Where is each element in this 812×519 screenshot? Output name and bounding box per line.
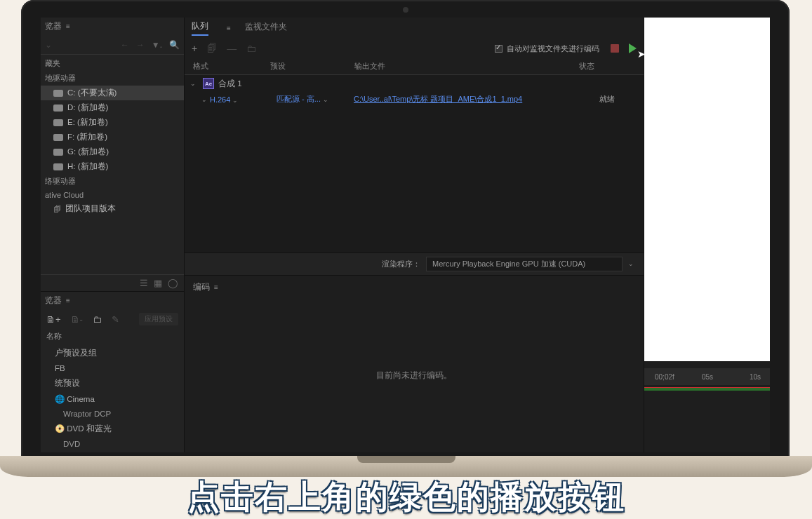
forward-icon[interactable]: → — [136, 40, 145, 50]
preset-name-header: 名称 — [41, 329, 184, 344]
queue-output-row[interactable]: ⌄ H.264 ⌄ 匹配源 - 高... ⌄ C:\User..al\Temp\… — [185, 92, 644, 107]
queue-body: ⌄ Ae 合成 1 ⌄ H.264 ⌄ 匹配源 - 高... ⌄ C:\User… — [185, 75, 644, 252]
queue-toolbar: + 🗐 — 🗀 自动对监视文件夹进行编码 ➤ — [185, 39, 644, 58]
list-view-icon[interactable]: ☰ — [140, 278, 148, 288]
drive-icon — [53, 90, 63, 97]
drive-item[interactable]: G: (新加卷) — [41, 144, 184, 159]
output-preset[interactable]: 匹配源 - 高... ⌄ — [277, 94, 354, 105]
team-icon: 🗐 — [53, 205, 61, 213]
output-file-link[interactable]: C:\User..al\Temp\无标 题项目_AME\合成1_1.mp4 — [354, 94, 599, 105]
preset-browser-panel: 览器 ≡ 🗎+ 🗎- 🗀 ✎ 应用预设 名称 户预设及组 FB 统预设 — [41, 291, 184, 452]
remove-icon[interactable]: — — [227, 43, 237, 54]
preset-group[interactable]: 户预设及组 — [41, 345, 184, 361]
drive-icon — [53, 134, 63, 141]
drive-item[interactable]: C: (不要太满) — [41, 86, 184, 100]
filter-icon[interactable]: ▼. — [152, 40, 162, 50]
preset-folder-icon[interactable]: 🗀 — [93, 314, 102, 325]
output-status: 就绪 — [599, 94, 638, 105]
encoding-title: 编码 — [193, 281, 210, 293]
laptop-base — [0, 456, 812, 477]
renderer-bar: 渲染程序： Mercury Playback Engine GPU 加速 (CU… — [185, 252, 644, 275]
drive-item[interactable]: H: (新加卷) — [41, 159, 184, 174]
dropdown-icon[interactable]: ⌄ — [232, 97, 238, 104]
preset-group[interactable]: 🌐 Cinema — [41, 391, 184, 407]
auto-encode-checkbox[interactable] — [495, 45, 502, 53]
dropdown-icon[interactable]: ⌄ — [323, 96, 328, 103]
panel-menu-icon[interactable]: ≡ — [214, 283, 218, 291]
renderer-select[interactable]: Mercury Playback Engine GPU 加速 (CUDA) — [426, 257, 623, 271]
preset-edit-icon[interactable]: ✎ — [112, 314, 119, 325]
preset-add-icon[interactable]: 🗎+ — [46, 314, 61, 325]
queue-tabs: 队列 ≡ 监视文件夹 — [185, 18, 644, 39]
grid-view-icon[interactable]: ▦ — [154, 278, 162, 288]
apply-preset-button[interactable]: 应用预设 — [139, 313, 178, 325]
preset-item[interactable]: Wraptor DCP — [41, 407, 184, 421]
drive-item[interactable]: D: (新加卷) — [41, 100, 184, 115]
preset-item[interactable]: DVD — [41, 437, 184, 451]
encoding-header[interactable]: 编码 ≡ — [185, 276, 644, 299]
video-subtitle: 点击右上角的绿色的播放按钮 — [0, 476, 812, 519]
timeline-track[interactable] — [644, 387, 770, 391]
left-column: 览器 ≡ ⌄ ← → ▼. 🔍 藏夹 地驱动器 C: (不要太满) D: (新加… — [41, 18, 185, 452]
queue-comp-row[interactable]: ⌄ Ae 合成 1 — [185, 75, 644, 92]
encoding-body: 目前尚未进行编码。 — [185, 299, 644, 453]
preset-group[interactable]: 统预设 — [41, 375, 184, 391]
add-source-icon[interactable]: + — [192, 43, 197, 54]
timeline-ruler[interactable]: 00;02f 05s 10s — [644, 368, 770, 385]
team-projects-item[interactable]: 🗐团队项目版本 — [41, 201, 184, 216]
dropdown-icon[interactable]: ⌄ — [628, 260, 634, 267]
local-drives-header[interactable]: 地驱动器 — [41, 71, 184, 86]
chevron-down-icon[interactable]: ⌄ — [201, 96, 207, 103]
preset-group[interactable]: FB — [41, 361, 184, 375]
tab-queue[interactable]: 队列 — [192, 20, 208, 36]
network-drives-header[interactable]: 络驱动器 — [41, 174, 184, 189]
panel-menu-icon[interactable]: ≡ — [66, 297, 70, 304]
output-format[interactable]: H.264 ⌄ — [210, 95, 277, 104]
laptop-notch — [357, 456, 455, 463]
stop-queue-button[interactable] — [611, 44, 619, 53]
tab-watch-folder[interactable]: 监视文件夹 — [245, 21, 287, 35]
drive-item[interactable]: F: (新加卷) — [41, 130, 184, 144]
back-icon[interactable]: ← — [121, 40, 129, 50]
start-queue-button[interactable] — [629, 43, 637, 53]
queue-column-headers: 格式 预设 输出文件 状态 — [185, 58, 644, 75]
new-folder-icon[interactable]: 🗀 — [246, 43, 256, 54]
drive-icon — [53, 119, 63, 126]
timeline-tick: 10s — [750, 373, 761, 381]
ae-badge-icon: Ae — [203, 78, 214, 89]
header-preset: 预设 — [270, 61, 354, 72]
drive-label: D: (新加卷) — [67, 102, 108, 113]
chevron-down-icon[interactable]: ⌄ — [190, 80, 196, 87]
media-encoder-app: 览器 ≡ ⌄ ← → ▼. 🔍 藏夹 地驱动器 C: (不要太满) D: (新加… — [41, 18, 770, 452]
preset-title: 览器 — [45, 295, 62, 306]
drive-icon — [53, 105, 63, 112]
preview-area — [644, 18, 770, 361]
creative-cloud-header[interactable]: ative Cloud — [41, 189, 184, 201]
encoding-panel: 编码 ≡ 目前尚未进行编码。 — [185, 275, 644, 453]
tab-menu-icon[interactable]: ≡ — [227, 25, 231, 32]
header-output: 输出文件 — [354, 61, 579, 72]
drive-icon — [53, 163, 63, 170]
middle-column: 队列 ≡ 监视文件夹 + 🗐 — 🗀 自动对监视文件夹进行编码 ➤ — [185, 18, 644, 452]
preset-remove-icon[interactable]: 🗎- — [71, 314, 83, 325]
duplicate-icon[interactable]: 🗐 — [207, 43, 217, 54]
search-icon[interactable]: 🔍 — [169, 40, 180, 50]
browser-toolbar: ⌄ ← → ▼. 🔍 — [41, 35, 184, 55]
drive-item[interactable]: E: (新加卷) — [41, 115, 184, 130]
header-format: 格式 — [193, 61, 270, 72]
favorites-header[interactable]: 藏夹 — [41, 56, 184, 71]
preset-panel-header[interactable]: 览器 ≡ — [41, 292, 184, 309]
preset-group[interactable]: 📀 DVD 和蓝光 — [41, 421, 184, 437]
drive-tree: 藏夹 地驱动器 C: (不要太满) D: (新加卷) E: (新加卷) F: (… — [41, 55, 184, 217]
browser-panel-header[interactable]: 览器 ≡ — [41, 18, 184, 35]
laptop-frame: 览器 ≡ ⌄ ← → ▼. 🔍 藏夹 地驱动器 C: (不要太满) D: (新加… — [21, 0, 790, 463]
comp-name: 合成 1 — [218, 79, 242, 89]
drive-icon — [53, 149, 63, 156]
zoom-icon[interactable]: ◯ — [168, 278, 178, 288]
panel-menu-icon[interactable]: ≡ — [66, 22, 70, 30]
view-mode-toolbar: ☰ ▦ ◯ — [41, 274, 184, 291]
header-status: 状态 — [579, 61, 635, 72]
browser-title: 览器 — [45, 20, 62, 32]
timeline-tick: 00;02f — [655, 373, 674, 381]
path-dropdown[interactable]: ⌄ — [45, 40, 52, 50]
